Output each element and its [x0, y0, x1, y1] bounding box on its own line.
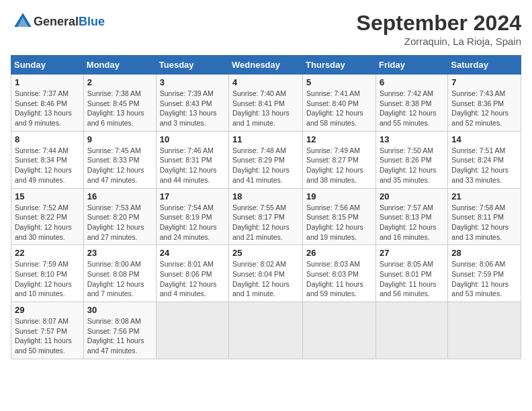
calendar-cell: 21Sunrise: 7:58 AMSunset: 8:11 PMDayligh… [448, 188, 521, 245]
calendar-cell: 14Sunrise: 7:51 AMSunset: 8:24 PMDayligh… [448, 131, 521, 188]
calendar-week-row: 22Sunrise: 7:59 AMSunset: 8:10 PMDayligh… [11, 245, 521, 302]
day-detail: Sunrise: 7:40 AMSunset: 8:41 PMDaylight:… [232, 89, 299, 128]
day-number: 15 [15, 191, 80, 201]
day-detail: Sunrise: 7:41 AMSunset: 8:40 PMDaylight:… [306, 89, 372, 128]
day-number: 5 [306, 77, 372, 87]
calendar-cell: 4Sunrise: 7:40 AMSunset: 8:41 PMDaylight… [229, 75, 303, 132]
day-detail: Sunrise: 7:51 AMSunset: 8:24 PMDaylight:… [451, 146, 517, 185]
page-header: GeneralBlue September 2024 Zorraquin, La… [11, 11, 521, 47]
day-number: 30 [87, 305, 152, 315]
weekday-header-row: SundayMondayTuesdayWednesdayThursdayFrid… [11, 56, 521, 75]
day-number: 7 [451, 77, 517, 87]
day-number: 27 [380, 248, 444, 258]
day-number: 3 [160, 77, 225, 87]
calendar-cell: 9Sunrise: 7:45 AMSunset: 8:33 PMDaylight… [83, 131, 156, 188]
day-number: 22 [15, 248, 80, 258]
day-number: 25 [232, 248, 299, 258]
day-number: 21 [451, 191, 517, 201]
day-detail: Sunrise: 8:00 AMSunset: 8:08 PMDaylight:… [87, 259, 152, 299]
calendar-cell: 26Sunrise: 8:03 AMSunset: 8:03 PMDayligh… [303, 245, 376, 302]
day-number: 29 [15, 305, 80, 315]
day-detail: Sunrise: 7:44 AMSunset: 8:34 PMDaylight:… [15, 146, 80, 185]
calendar-cell: 24Sunrise: 8:01 AMSunset: 8:06 PMDayligh… [156, 245, 228, 302]
day-detail: Sunrise: 7:59 AMSunset: 8:10 PMDaylight:… [15, 259, 80, 299]
day-detail: Sunrise: 8:06 AMSunset: 7:59 PMDaylight:… [451, 259, 517, 299]
day-number: 14 [451, 134, 517, 144]
calendar-cell [229, 302, 303, 359]
day-detail: Sunrise: 7:38 AMSunset: 8:45 PMDaylight:… [87, 89, 152, 128]
calendar-cell: 28Sunrise: 8:06 AMSunset: 7:59 PMDayligh… [448, 245, 521, 302]
calendar-cell: 29Sunrise: 8:07 AMSunset: 7:57 PMDayligh… [11, 302, 84, 359]
weekday-header-wednesday: Wednesday [229, 56, 303, 75]
day-number: 26 [306, 248, 372, 258]
title-block: September 2024 Zorraquin, La Rioja, Spai… [357, 11, 521, 47]
calendar-cell: 5Sunrise: 7:41 AMSunset: 8:40 PMDaylight… [303, 75, 376, 132]
calendar-table: SundayMondayTuesdayWednesdayThursdayFrid… [11, 55, 521, 359]
day-detail: Sunrise: 7:42 AMSunset: 8:38 PMDaylight:… [380, 89, 444, 128]
location: Zorraquin, La Rioja, Spain [357, 36, 521, 47]
day-detail: Sunrise: 7:54 AMSunset: 8:19 PMDaylight:… [160, 203, 225, 242]
day-number: 2 [87, 77, 152, 87]
day-number: 1 [15, 77, 80, 87]
day-detail: Sunrise: 7:37 AMSunset: 8:46 PMDaylight:… [15, 89, 80, 128]
calendar-cell: 22Sunrise: 7:59 AMSunset: 8:10 PMDayligh… [11, 245, 84, 302]
day-detail: Sunrise: 7:50 AMSunset: 8:26 PMDaylight:… [380, 146, 444, 185]
calendar-cell [303, 302, 376, 359]
logo-general: General [34, 15, 79, 28]
weekday-header-tuesday: Tuesday [156, 56, 228, 75]
weekday-header-sunday: Sunday [11, 56, 84, 75]
calendar-cell: 18Sunrise: 7:55 AMSunset: 8:17 PMDayligh… [229, 188, 303, 245]
calendar-cell: 25Sunrise: 8:02 AMSunset: 8:04 PMDayligh… [229, 245, 303, 302]
day-number: 13 [380, 134, 444, 144]
calendar-cell: 23Sunrise: 8:00 AMSunset: 8:08 PMDayligh… [83, 245, 156, 302]
day-detail: Sunrise: 8:07 AMSunset: 7:57 PMDaylight:… [15, 316, 80, 356]
logo: GeneralBlue [11, 11, 105, 32]
day-number: 4 [232, 77, 299, 87]
calendar-cell: 15Sunrise: 7:52 AMSunset: 8:22 PMDayligh… [11, 188, 84, 245]
day-detail: Sunrise: 7:57 AMSunset: 8:13 PMDaylight:… [380, 203, 444, 242]
calendar-cell [375, 302, 447, 359]
day-number: 11 [232, 134, 299, 144]
day-detail: Sunrise: 7:39 AMSunset: 8:43 PMDaylight:… [160, 89, 225, 128]
calendar-cell: 30Sunrise: 8:08 AMSunset: 7:56 PMDayligh… [83, 302, 156, 359]
calendar-cell: 13Sunrise: 7:50 AMSunset: 8:26 PMDayligh… [375, 131, 447, 188]
calendar-cell: 20Sunrise: 7:57 AMSunset: 8:13 PMDayligh… [375, 188, 447, 245]
day-detail: Sunrise: 7:43 AMSunset: 8:36 PMDaylight:… [451, 89, 517, 128]
day-number: 20 [380, 191, 444, 201]
day-detail: Sunrise: 7:58 AMSunset: 8:11 PMDaylight:… [451, 203, 517, 242]
calendar-cell: 12Sunrise: 7:49 AMSunset: 8:27 PMDayligh… [303, 131, 376, 188]
logo-icon [12, 11, 34, 32]
calendar-cell: 11Sunrise: 7:48 AMSunset: 8:29 PMDayligh… [229, 131, 303, 188]
calendar-week-row: 8Sunrise: 7:44 AMSunset: 8:34 PMDaylight… [11, 131, 521, 188]
day-number: 23 [87, 248, 152, 258]
day-detail: Sunrise: 8:03 AMSunset: 8:03 PMDaylight:… [306, 259, 372, 299]
day-number: 16 [87, 191, 152, 201]
calendar-cell: 6Sunrise: 7:42 AMSunset: 8:38 PMDaylight… [375, 75, 447, 132]
calendar-cell: 27Sunrise: 8:05 AMSunset: 8:01 PMDayligh… [375, 245, 447, 302]
calendar-week-row: 29Sunrise: 8:07 AMSunset: 7:57 PMDayligh… [11, 302, 521, 359]
day-detail: Sunrise: 7:45 AMSunset: 8:33 PMDaylight:… [87, 146, 152, 185]
day-detail: Sunrise: 7:48 AMSunset: 8:29 PMDaylight:… [232, 146, 299, 185]
day-detail: Sunrise: 7:49 AMSunset: 8:27 PMDaylight:… [306, 146, 372, 185]
weekday-header-friday: Friday [375, 56, 447, 75]
calendar-cell [448, 302, 521, 359]
day-number: 8 [15, 134, 80, 144]
day-number: 10 [160, 134, 225, 144]
day-number: 18 [232, 191, 299, 201]
calendar-cell: 19Sunrise: 7:56 AMSunset: 8:15 PMDayligh… [303, 188, 376, 245]
calendar-cell [156, 302, 228, 359]
calendar-cell: 10Sunrise: 7:46 AMSunset: 8:31 PMDayligh… [156, 131, 228, 188]
calendar-cell: 7Sunrise: 7:43 AMSunset: 8:36 PMDaylight… [448, 75, 521, 132]
calendar-cell: 3Sunrise: 7:39 AMSunset: 8:43 PMDaylight… [156, 75, 228, 132]
calendar-week-row: 15Sunrise: 7:52 AMSunset: 8:22 PMDayligh… [11, 188, 521, 245]
day-detail: Sunrise: 7:52 AMSunset: 8:22 PMDaylight:… [15, 203, 80, 242]
day-detail: Sunrise: 8:02 AMSunset: 8:04 PMDaylight:… [232, 259, 299, 299]
calendar-cell: 8Sunrise: 7:44 AMSunset: 8:34 PMDaylight… [11, 131, 84, 188]
day-detail: Sunrise: 7:46 AMSunset: 8:31 PMDaylight:… [160, 146, 225, 185]
day-number: 6 [380, 77, 444, 87]
weekday-header-thursday: Thursday [303, 56, 376, 75]
day-number: 9 [87, 134, 152, 144]
day-detail: Sunrise: 7:55 AMSunset: 8:17 PMDaylight:… [232, 203, 299, 242]
month-year: September 2024 [357, 11, 521, 36]
day-detail: Sunrise: 8:01 AMSunset: 8:06 PMDaylight:… [160, 259, 225, 299]
